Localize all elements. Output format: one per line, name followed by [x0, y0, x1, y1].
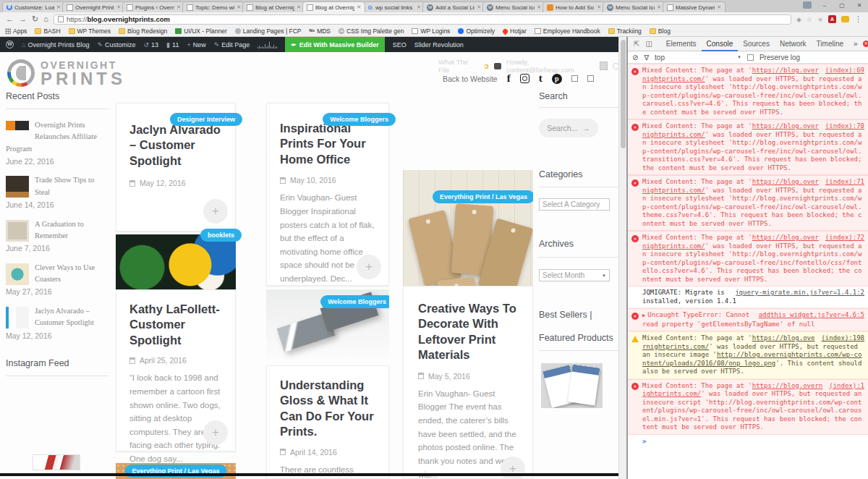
page-scrollbar[interactable] [618, 37, 626, 479]
post-card-kathy[interactable]: Kathy LaFollett- Customer Spotlight Apri… [116, 289, 236, 452]
comment-bubble-icon[interactable] [494, 63, 502, 69]
execution-context-select[interactable]: top [655, 54, 665, 62]
site-logo[interactable]: OVERNIGHT PRINTS [7, 59, 126, 87]
customize-menu[interactable]: ✎Customize [97, 41, 135, 48]
clear-console-icon[interactable]: ⊘ [632, 54, 638, 62]
bookmark-item[interactable]: NsMDS [309, 27, 331, 35]
browser-tab[interactable]: Topic: Demo wi✕ [182, 1, 245, 12]
tab-close-icon[interactable]: ✕ [657, 4, 661, 10]
what-the-file-menu[interactable]: What The File [438, 58, 479, 74]
browser-tab[interactable]: WAdd a Social Lin✕ [422, 1, 485, 12]
tab-close-icon[interactable]: ✕ [176, 4, 181, 10]
menu-icon[interactable]: ⋮ [854, 15, 862, 23]
bookmark-item[interactable]: BASH [35, 27, 60, 35]
devtools-tab-timeline[interactable]: Timeline [812, 37, 848, 51]
category-badge[interactable]: Welcome Bloggers [320, 295, 389, 308]
search-submit-arrow-icon[interactable]: → [582, 124, 590, 132]
tab-close-icon[interactable]: ✕ [537, 4, 541, 10]
featured-product-image[interactable] [541, 363, 603, 408]
read-more-button[interactable]: + [357, 255, 381, 279]
recent-post-title[interactable]: Clever Ways to Use Coasters [35, 263, 95, 283]
square-icon[interactable] [571, 75, 578, 82]
browser-tab[interactable]: Massive Dynam✕ [663, 1, 726, 12]
bookmark-item[interactable]: Apps [5, 27, 27, 35]
expand-arrow-icon[interactable]: ▶ [642, 313, 645, 318]
massive-builder-button[interactable]: ✒Edit With Massive Builder [285, 37, 385, 52]
read-more-button[interactable]: + [203, 199, 228, 224]
extension-icon[interactable] [841, 16, 849, 22]
back-to-website-link[interactable]: Back to Website [443, 75, 498, 83]
howdy-account-menu[interactable]: Howdy, content@farheap.com [506, 58, 595, 74]
post-thumbnail-business-cards[interactable]: Welcome Bloggers [266, 289, 389, 365]
close-button[interactable]: ✕ [851, 2, 868, 9]
bookmark-item[interactable]: Optimizely [458, 27, 495, 35]
browser-tab[interactable]: Customize: Loa✕ [2, 1, 65, 12]
tab-close-icon[interactable]: ✕ [717, 4, 721, 10]
console-source-link[interactable]: addthis_widget.js?ver=4.6:5 [759, 311, 864, 320]
forward-icon[interactable]: → [19, 15, 27, 23]
devtools-tab-network[interactable]: Network [775, 37, 812, 51]
category-badge[interactable]: booklets [200, 229, 242, 242]
pdf-extension-icon[interactable]: A [828, 15, 836, 23]
bookmark-item[interactable]: Blog [650, 27, 671, 35]
console-source-link[interactable]: jquery-migrate.min.js?ver=1.4.1:2 [735, 289, 864, 297]
tab-close-icon[interactable]: ✕ [237, 4, 241, 10]
more-tabs-icon[interactable]: » [848, 37, 863, 51]
tab-close-icon[interactable]: ✕ [597, 4, 601, 10]
featured-products-heading[interactable]: Featured Products [539, 333, 618, 343]
category-badge[interactable]: Everything Print / Las Vegas [433, 190, 533, 203]
browser-tab[interactable]: Gwp social links✕ [362, 1, 425, 12]
console-source-link[interactable]: (index):71 [825, 178, 864, 187]
extension-star-icon[interactable]: ★ [817, 16, 823, 23]
bookmark-item[interactable]: WP Logins [412, 27, 450, 35]
post-card-jaclyn[interactable]: Designer Interview Jaclyn Alvarado – Cus… [116, 103, 236, 232]
profile-avatar-icon[interactable] [799, 1, 816, 10]
bookmark-item[interactable]: Hotjar [503, 27, 527, 35]
preserve-log-checkbox[interactable] [747, 54, 754, 61]
bookmark-item[interactable]: UI/UX - Planner [175, 27, 227, 35]
bookmark-item[interactable]: WP Themes [69, 27, 111, 35]
edit-page-menu[interactable]: ✎Edit Page [214, 41, 250, 48]
recent-post-title[interactable]: Jaclyn Alvarado – Customer Spotlight [35, 307, 94, 326]
post-thumbnail-parrot[interactable]: booklets [116, 234, 236, 289]
browser-tab[interactable]: Blog at Overnig✕ [302, 1, 365, 12]
bookmark-item[interactable]: Trackiing [608, 27, 642, 35]
category-badge[interactable]: Designer Interview [170, 113, 242, 126]
error-count-icon[interactable]: ✕ [863, 41, 868, 47]
devtools-tab-elements[interactable]: Elements [661, 37, 702, 51]
address-bar[interactable]: https://blog.overnightprints.com [54, 14, 791, 25]
post-card-inspirational[interactable]: Welcome Bloggers Inspirational Prints Fo… [266, 103, 389, 286]
browser-tab[interactable]: Overnight Print✕ [62, 1, 125, 12]
recent-post-item[interactable]: Jaclyn Alvarado – Customer SpotlightMay … [6, 305, 109, 341]
bookmark-item[interactable]: CCSS Img Palette gen [339, 27, 404, 35]
category-badge[interactable]: Welcome Bloggers [323, 113, 396, 126]
square-icon[interactable] [587, 75, 594, 82]
console-source-link[interactable]: (index):1 [829, 382, 864, 391]
recent-post-item[interactable]: Clever Ways to Use CoastersMay 27, 2016 [6, 262, 109, 297]
browser-tab[interactable]: Blog at Overnig✕ [242, 1, 305, 12]
recent-post-title[interactable]: A Graduation to Remember [35, 220, 84, 240]
chevron-down-icon[interactable]: ▼ [737, 55, 741, 59]
device-toolbar-icon[interactable]: ◫ [645, 40, 652, 48]
post-title[interactable]: Kathy LaFollett- Customer Spotlight [116, 290, 235, 348]
inspect-element-icon[interactable]: ⇱ [634, 40, 639, 48]
console-source-link[interactable]: (index):70 [825, 122, 864, 131]
scrollbar-thumb[interactable] [621, 40, 626, 148]
bookmark-item[interactable]: Landing Pages | FCP [235, 27, 302, 35]
category-select[interactable]: Select A Category [539, 198, 610, 211]
post-title[interactable]: Creative Ways To Decorate With Leftover … [404, 287, 532, 363]
console-source-link[interactable]: (index):198 [821, 334, 864, 343]
browser-tab[interactable]: How to Add So✕ [542, 1, 605, 12]
tab-close-icon[interactable]: ✕ [56, 4, 61, 10]
devtools-tab-sources[interactable]: Sources [738, 37, 775, 51]
tab-close-icon[interactable]: ✕ [297, 4, 301, 10]
devtools-tab-console[interactable]: Console [702, 37, 739, 51]
instagram-feed-thumbnail[interactable] [33, 454, 80, 470]
browser-tab[interactable]: Plugins ‹ Overn✕ [122, 1, 185, 12]
browser-tab[interactable]: WMenu Social Ico✕ [603, 1, 665, 12]
console-prompt[interactable]: > [628, 435, 868, 449]
tab-close-icon[interactable]: ✕ [357, 4, 361, 10]
site-name-menu[interactable]: ⌂Overnight Prints Blog [22, 41, 89, 48]
pinterest-icon[interactable]: p [552, 74, 562, 84]
tab-close-icon[interactable]: ✕ [477, 4, 481, 10]
